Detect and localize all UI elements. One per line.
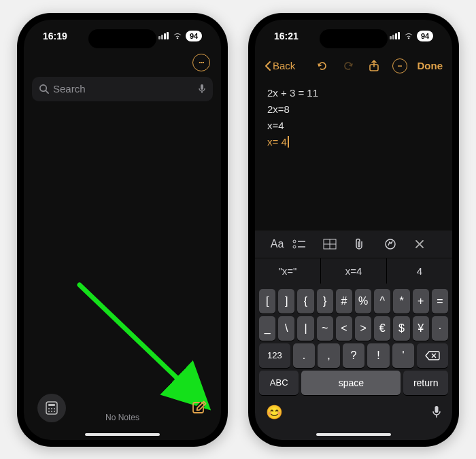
note-line-active: x= 4 — [267, 134, 440, 150]
ellipsis-icon: ··· — [397, 62, 401, 70]
key[interactable]: # — [336, 289, 352, 313]
compose-icon — [191, 400, 207, 416]
phone-left: 16:19 94 ··· Search — [17, 13, 228, 447]
key[interactable]: % — [355, 289, 371, 313]
nav-actions: ··· Done — [314, 58, 443, 73]
svg-point-9 — [54, 408, 55, 409]
key[interactable]: \ — [278, 316, 294, 341]
screen-notes-list: 16:19 94 ··· Search — [24, 20, 221, 440]
phone-right: 16:21 94 Back ··· Done 2x + 3 = 11 2x= — [248, 13, 459, 447]
compose-button[interactable] — [191, 400, 207, 416]
key[interactable]: . — [293, 343, 316, 368]
notes-format-toolbar: Aa — [255, 231, 452, 258]
wifi-icon — [172, 32, 183, 40]
prediction[interactable]: 4 — [387, 258, 452, 284]
note-body[interactable]: 2x + 3 = 11 2x=8 x=4 x= 4 — [255, 80, 452, 156]
key[interactable]: [ — [259, 289, 275, 313]
paperclip-icon — [354, 238, 364, 250]
search-bar[interactable]: Search — [32, 77, 213, 101]
svg-line-4 — [80, 285, 201, 401]
backspace-key[interactable] — [417, 343, 448, 368]
key[interactable]: = — [432, 289, 448, 313]
key[interactable]: $ — [393, 316, 409, 341]
attach-button[interactable] — [354, 238, 384, 250]
table-button[interactable] — [323, 239, 354, 250]
return-key[interactable]: return — [403, 371, 448, 395]
status-time: 16:21 — [274, 31, 299, 41]
note-navbar: Back ··· Done — [255, 52, 452, 80]
key[interactable]: | — [297, 316, 313, 341]
calculator-button[interactable] — [37, 394, 66, 422]
svg-rect-6 — [48, 404, 55, 406]
toolbar-close[interactable] — [415, 239, 445, 249]
key[interactable]: * — [393, 289, 409, 313]
text-caret — [288, 136, 289, 148]
more-button[interactable]: ··· — [192, 54, 210, 71]
svg-point-12 — [54, 411, 55, 412]
keyboard-row: ABC space return — [258, 369, 449, 396]
key[interactable]: , — [318, 343, 340, 368]
key[interactable]: _ — [259, 316, 275, 341]
wifi-icon — [403, 32, 414, 40]
svg-point-11 — [51, 411, 52, 412]
key[interactable]: } — [317, 289, 333, 313]
more-button[interactable]: ··· — [392, 58, 408, 73]
space-key[interactable]: space — [301, 371, 401, 395]
undo-button[interactable] — [314, 60, 330, 72]
emoji-button[interactable]: 😊 — [266, 404, 283, 420]
key[interactable]: ¥ — [413, 316, 429, 341]
numeric-mode-key[interactable]: 123 — [259, 343, 290, 368]
svg-point-8 — [51, 408, 52, 409]
checklist-button[interactable] — [292, 239, 323, 250]
note-line: x=4 — [267, 118, 440, 134]
key[interactable]: ? — [343, 343, 365, 368]
svg-line-1 — [46, 90, 48, 93]
backspace-icon — [425, 351, 440, 360]
mic-icon — [432, 405, 441, 419]
key[interactable]: ] — [278, 289, 294, 313]
svg-point-22 — [386, 239, 395, 249]
key[interactable]: < — [336, 316, 352, 341]
keyboard-row: [ ] { } # % ^ * + = — [258, 288, 449, 315]
dictate-button[interactable] — [432, 405, 441, 419]
alpha-mode-key[interactable]: ABC — [259, 371, 299, 395]
format-aa[interactable]: Aa — [262, 238, 292, 250]
prediction[interactable]: "x=" — [255, 258, 321, 284]
empty-label: No Notes — [105, 413, 139, 422]
key[interactable]: ! — [367, 343, 390, 368]
markup-button[interactable] — [384, 238, 415, 250]
share-icon — [369, 60, 379, 72]
key[interactable]: ^ — [374, 289, 390, 313]
note-line: 2x + 3 = 11 — [267, 85, 440, 101]
svg-point-15 — [293, 240, 296, 243]
svg-point-10 — [48, 411, 50, 412]
done-button[interactable]: Done — [418, 60, 443, 71]
svg-point-7 — [48, 408, 50, 409]
key[interactable]: > — [355, 316, 371, 341]
prediction[interactable]: x=4 — [321, 258, 387, 284]
back-button[interactable]: Back — [265, 60, 295, 71]
key[interactable]: ~ — [317, 316, 333, 341]
key[interactable]: · — [432, 316, 448, 341]
cellular-icon — [390, 31, 401, 41]
keyboard-row: _ \ | ~ < > € $ ¥ · — [258, 315, 449, 342]
dictate-icon[interactable] — [198, 84, 206, 95]
redo-icon — [342, 60, 354, 72]
share-button[interactable] — [366, 60, 382, 72]
undo-icon — [316, 60, 328, 72]
redo-button[interactable] — [340, 60, 356, 72]
key[interactable]: ' — [392, 343, 415, 368]
dynamic-island — [88, 29, 156, 48]
notes-topbar: ··· — [24, 52, 221, 74]
key[interactable]: { — [297, 289, 313, 313]
screen-note-editor: 16:21 94 Back ··· Done 2x + 3 = 11 2x= — [255, 20, 452, 440]
status-indicators: 94 — [158, 31, 202, 41]
calculator-icon — [46, 401, 58, 415]
keyboard: [ ] { } # % ^ * + = _ \ | ~ < > — [255, 284, 452, 398]
note-line: 2x=8 — [267, 101, 440, 118]
back-label: Back — [273, 60, 295, 71]
key[interactable]: € — [374, 316, 390, 341]
key[interactable]: + — [413, 289, 429, 313]
close-icon — [415, 239, 424, 249]
chevron-left-icon — [265, 61, 271, 71]
